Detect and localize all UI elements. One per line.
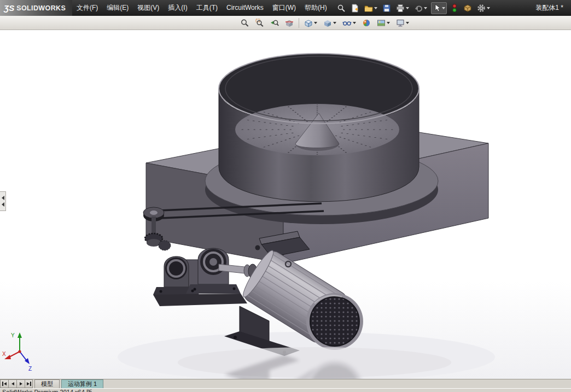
quick-toolbar: [336, 2, 491, 14]
options-dropdown-caret[interactable]: [487, 7, 490, 9]
collapse-left-icon: [2, 202, 4, 207]
edit-appearance-icon[interactable]: [361, 18, 372, 28]
menu-tools[interactable]: 工具(T): [192, 0, 222, 16]
open-icon[interactable]: [363, 3, 378, 14]
view-toolbar: [0, 16, 571, 30]
menu-help[interactable]: 帮助(H): [300, 0, 331, 16]
menu-view[interactable]: 视图(V): [133, 0, 164, 16]
file-properties-icon[interactable]: [462, 3, 473, 14]
open-dropdown-caret[interactable]: [374, 7, 377, 9]
view-orientation-caret[interactable]: [314, 22, 317, 24]
zoom-area-icon[interactable]: [254, 18, 265, 28]
menu-file[interactable]: 文件(F): [72, 0, 102, 16]
status-bar: SolidWorks Premium 2014 x64 版: [0, 388, 571, 392]
print-icon[interactable]: [395, 3, 410, 14]
logo-word: SOLIDWORKS: [16, 4, 66, 12]
motor-fan-grille: [306, 293, 363, 350]
solidworks-logo: ƷS SOLIDWORKS: [0, 0, 72, 16]
graphics-viewport[interactable]: Y X Z: [0, 30, 571, 379]
hide-show-items-icon[interactable]: [341, 18, 357, 28]
view-settings-caret[interactable]: [406, 22, 409, 24]
first-tab-button[interactable]: [0, 379, 8, 388]
menu-list: 文件(F) 编辑(E) 视图(V) 插入(I) 工具(T) CircuitWor…: [72, 0, 331, 16]
hopper-drum[interactable]: [219, 54, 419, 202]
study-tabbar: 模型 运动算例 1: [0, 379, 571, 388]
undo-dropdown-caret[interactable]: [424, 7, 427, 9]
orientation-triad[interactable]: Y X Z: [1, 330, 36, 372]
display-style-icon[interactable]: [322, 18, 337, 28]
print-dropdown-caret[interactable]: [406, 7, 409, 9]
select-cursor-icon[interactable]: [431, 2, 447, 14]
undo-icon[interactable]: [413, 3, 428, 14]
rebuild-traffic-light-icon[interactable]: [450, 2, 459, 14]
tab-nav-buttons: [0, 379, 33, 388]
last-tab-button[interactable]: [25, 379, 33, 388]
z-axis-label: Z: [28, 366, 32, 372]
solidworks-window: ƷS SOLIDWORKS 文件(F) 编辑(E) 视图(V) 插入(I) 工具…: [0, 0, 571, 392]
collapse-left-icon: [2, 196, 4, 200]
y-axis-label: Y: [11, 332, 15, 338]
panel-flyout-arrows[interactable]: [0, 191, 6, 211]
tabbar-spacer: [103, 379, 571, 388]
menu-edit[interactable]: 编辑(E): [102, 0, 133, 16]
gearbox: [153, 248, 247, 306]
menubar: ƷS SOLIDWORKS 文件(F) 编辑(E) 视图(V) 插入(I) 工具…: [0, 0, 571, 16]
view-orientation-icon[interactable]: [303, 18, 318, 28]
x-axis-label: X: [2, 351, 6, 357]
next-tab-button[interactable]: [16, 379, 25, 388]
menu-circuitworks[interactable]: CircuitWorks: [222, 0, 268, 16]
tab-model[interactable]: 模型: [34, 379, 60, 388]
apply-scene-caret[interactable]: [387, 22, 390, 24]
document-title: 装配体1 *: [535, 3, 563, 13]
hide-show-items-caret[interactable]: [353, 22, 356, 24]
menu-window[interactable]: 窗口(W): [268, 0, 300, 16]
new-document-icon[interactable]: [349, 3, 360, 14]
view-settings-icon[interactable]: [395, 18, 410, 28]
zoom-fit-icon[interactable]: [240, 18, 250, 28]
logo-glyph: ƷS: [4, 3, 14, 13]
search-icon[interactable]: [336, 3, 347, 14]
status-text: SolidWorks Premium 2014 x64 版: [0, 389, 571, 392]
y-axis-arrow: [18, 332, 22, 338]
apply-scene-icon[interactable]: [376, 18, 391, 28]
options-icon[interactable]: [476, 3, 491, 14]
display-style-caret[interactable]: [333, 22, 336, 24]
save-icon[interactable]: [381, 3, 392, 14]
assembly-model[interactable]: [0, 30, 571, 379]
tab-motion-study-1[interactable]: 运动算例 1: [61, 379, 103, 388]
menu-insert[interactable]: 插入(I): [164, 0, 191, 16]
previous-view-icon[interactable]: [269, 18, 280, 28]
toolbar-separator: [299, 18, 299, 28]
select-dropdown-caret[interactable]: [442, 7, 445, 9]
section-view-icon[interactable]: [284, 18, 295, 28]
previous-tab-button[interactable]: [8, 379, 16, 388]
